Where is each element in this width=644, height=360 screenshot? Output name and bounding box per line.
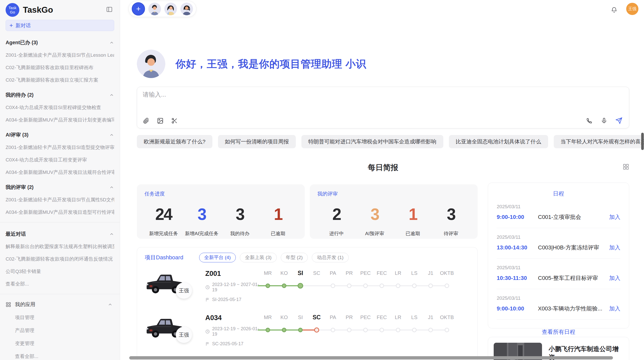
avatar[interactable] bbox=[164, 3, 177, 15]
project-image-wrap: 王强 bbox=[145, 269, 205, 306]
horizontal-scrollbar[interactable] bbox=[129, 356, 613, 359]
stats-row: 任务进度 24 新增完成任务 3 新增AI完成任务 3 我的待办 bbox=[137, 184, 478, 239]
milestone-label: KO bbox=[276, 269, 292, 277]
list-item[interactable]: Z001-全新燃油皮卡产品开发项目SI节点Lesson Learn报告 bbox=[6, 52, 114, 58]
new-chat-button[interactable]: + 新对话 bbox=[6, 20, 114, 31]
sidebar-collapse-icon[interactable] bbox=[106, 6, 113, 13]
input-action-tools bbox=[586, 117, 622, 124]
schedule-title: 日程 bbox=[497, 190, 620, 198]
milestone-dot bbox=[396, 283, 400, 288]
send-icon[interactable] bbox=[616, 117, 622, 124]
join-button[interactable]: 加入 bbox=[609, 274, 620, 282]
entry-date: 2025/03/11 bbox=[497, 234, 620, 240]
list-item[interactable]: 解释最新出台的欧盟报废车法规再生塑料比例被调至15%... bbox=[6, 243, 114, 250]
list-item[interactable]: C02-飞腾新能源轻客改款项目里程碑画布 bbox=[6, 64, 114, 71]
chevron-up-icon[interactable] bbox=[109, 132, 114, 138]
section-recent-chats[interactable]: 最近对话 bbox=[6, 231, 114, 237]
progress-line-todo bbox=[300, 285, 449, 286]
stat-label: 已逾期 bbox=[259, 230, 297, 237]
logo-line1: Task bbox=[9, 6, 17, 10]
suggestion-chip[interactable]: 比亚迪全固态电池计划具体说了什么 bbox=[449, 135, 548, 148]
assistant-avatar bbox=[137, 50, 165, 78]
chat-input-card bbox=[137, 87, 629, 128]
list-item[interactable]: C02-飞腾新能源轻客改款项目立项汇报方案 bbox=[6, 77, 114, 83]
sidebar-item-my-apps[interactable]: 我的应用 bbox=[6, 301, 114, 308]
entry-row: 9:00-10:00 C001-立项审批会 加入 bbox=[497, 213, 620, 221]
list-item[interactable]: A034-全新新能源MUV产品开发项目计划变更表编写 bbox=[6, 117, 114, 123]
milestone-dot bbox=[331, 328, 335, 332]
new-conversation-button[interactable]: + bbox=[132, 2, 145, 16]
daily-brief-header: 每日简报 bbox=[137, 162, 629, 173]
phone-icon[interactable] bbox=[586, 117, 593, 124]
apps-grid-icon bbox=[6, 302, 11, 307]
list-item[interactable]: Z001-全新燃油轻卡产品开发项目SI节点属性5D文件评审 bbox=[6, 197, 114, 203]
suggestion-chip[interactable]: 特朗普可能对进口汽车增税会对中国车企造成哪些影响 bbox=[301, 135, 443, 148]
project-dashboard-card: 项目Dashboard 全新平台 (4) 全新上装 (3) 年型 (2) 动总开… bbox=[137, 247, 478, 360]
project-info: Z001 2023-12-19 ~ 2027-01-19 SI-2025-05 bbox=[205, 269, 260, 306]
clock-icon bbox=[205, 329, 210, 334]
list-item[interactable]: C0X4-动力总成开发项目SI里程碑提交物检查 bbox=[6, 104, 114, 111]
notification-bell-icon[interactable] bbox=[611, 7, 618, 13]
filter-chip[interactable]: 动总开发 (1) bbox=[312, 253, 349, 262]
list-item[interactable]: Z001-全新燃油轻卡产品开发项目SI造型提交物评审 bbox=[6, 144, 114, 151]
project-name: Z001 bbox=[205, 270, 260, 278]
paperclip-icon[interactable] bbox=[143, 117, 149, 124]
stat-value: 1 bbox=[394, 205, 432, 224]
list-item[interactable]: A034-全新新能源MUV产品开发项目法规符合性评审 bbox=[6, 169, 114, 176]
milestone-label: PR bbox=[341, 313, 357, 321]
list-item[interactable]: C0X4-动力总成开发项目工程变更评审 bbox=[6, 157, 114, 163]
section-my-review[interactable]: 我的评审 (2) bbox=[6, 184, 114, 191]
list-item[interactable]: 公司Q3轻卡销量 bbox=[6, 268, 114, 275]
sidebar-item-project-mgmt[interactable]: 项目管理 bbox=[15, 314, 114, 321]
schedule-entry: 2025/03/11 13:00-14:30 C003|H0B-方案冻结评审 加… bbox=[497, 228, 620, 259]
scissors-icon[interactable] bbox=[171, 117, 178, 124]
suggestion-chip[interactable]: 当下年轻人对汽车外观有怎样的喜好趋势 bbox=[554, 135, 644, 148]
avatar[interactable] bbox=[180, 3, 193, 15]
milestone-dot bbox=[379, 328, 384, 332]
sidebar-item-product-mgmt[interactable]: 产品管理 bbox=[15, 327, 114, 334]
stat-value: 3 bbox=[183, 205, 221, 224]
stat-new-ai-done: 3 新增AI完成任务 bbox=[183, 205, 221, 237]
section-my-todo[interactable]: 我的待办 (2) bbox=[6, 92, 114, 98]
chevron-up-icon[interactable] bbox=[109, 93, 114, 98]
list-item[interactable]: A034-全新新能源MUV产品开发项目造型可行性评审 bbox=[6, 209, 114, 216]
owner-name: 王强 bbox=[179, 332, 189, 338]
filter-chip[interactable]: 全新上装 (3) bbox=[240, 253, 277, 262]
project-info: A034 2023-12-19 ~ 2026-01-19 SC-2025-05 bbox=[205, 313, 260, 351]
chevron-up-icon[interactable] bbox=[108, 302, 113, 307]
project-row[interactable]: 王强 A034 2023-12-19 ~ 2026-01-19 bbox=[145, 313, 470, 351]
entry-title: C003|H0B-方案冻结评审 bbox=[538, 244, 607, 251]
microphone-icon[interactable] bbox=[601, 117, 607, 124]
join-button[interactable]: 加入 bbox=[609, 244, 620, 251]
list-item[interactable]: C02-飞腾新能源轻客改款项目的闭环通告反馈情况 bbox=[6, 256, 114, 262]
chevron-up-icon[interactable] bbox=[109, 40, 114, 45]
stat-grid: 2 进行中 3 AI预评审 1 已逾期 3 待评 bbox=[317, 205, 470, 237]
milestone-label: PR bbox=[341, 269, 357, 277]
suggestion-chip[interactable]: 如何写一份清晰的项目周报 bbox=[218, 135, 296, 148]
layout-grid-icon[interactable] bbox=[623, 163, 629, 170]
filter-chip[interactable]: 年型 (2) bbox=[281, 253, 308, 262]
plus-icon: + bbox=[9, 23, 13, 28]
vertical-scrollbar[interactable] bbox=[641, 133, 644, 150]
owner-name: 王强 bbox=[179, 287, 189, 294]
filter-chip[interactable]: 全新平台 (4) bbox=[199, 253, 236, 262]
chevron-up-icon[interactable] bbox=[109, 232, 114, 237]
content-columns: 任务进度 24 新增完成任务 3 新增AI完成任务 3 我的待办 bbox=[137, 183, 629, 360]
project-image-wrap: 王强 bbox=[145, 313, 205, 351]
section-ai-review[interactable]: AI评审 (3) bbox=[6, 131, 114, 138]
section-title: Agent已办 (3) bbox=[6, 39, 38, 46]
view-all-schedule-link[interactable]: 查看所有日程 bbox=[497, 328, 620, 336]
image-icon[interactable] bbox=[157, 117, 164, 124]
suggestion-chip[interactable]: 欧洲新规最近颁布了什么? bbox=[137, 135, 212, 148]
sidebar-item-change-mgmt[interactable]: 变更管理 bbox=[15, 340, 114, 347]
section-agent-done[interactable]: Agent已办 (3) bbox=[6, 39, 114, 46]
avatar[interactable] bbox=[148, 3, 161, 15]
project-row[interactable]: 王强 Z001 2023-12-19 ~ 2027-01-19 bbox=[145, 269, 470, 306]
view-all-chats[interactable]: 查看全部... bbox=[6, 281, 114, 287]
chat-input[interactable] bbox=[143, 91, 550, 98]
user-avatar[interactable]: 王强 bbox=[626, 3, 638, 15]
chevron-up-icon[interactable] bbox=[109, 185, 114, 190]
view-all-apps[interactable]: 查看全部... bbox=[15, 353, 114, 360]
join-button[interactable]: 加入 bbox=[609, 213, 620, 221]
join-button[interactable]: 加入 bbox=[609, 305, 620, 312]
